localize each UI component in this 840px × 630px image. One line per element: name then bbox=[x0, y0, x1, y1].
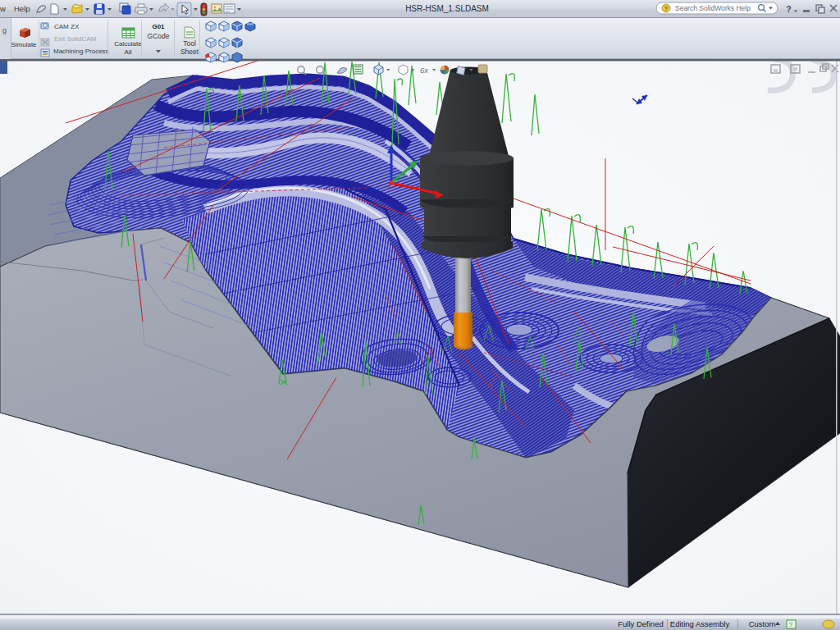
svg-text:Custom: Custom bbox=[749, 619, 776, 628]
svg-text:G01: G01 bbox=[152, 23, 165, 30]
svg-text:Search SolidWorks Help: Search SolidWorks Help bbox=[675, 4, 751, 12]
svg-text:w: w bbox=[0, 4, 6, 13]
svg-text:Fully Defined: Fully Defined bbox=[618, 619, 663, 628]
svg-text:Sheet: Sheet bbox=[180, 48, 199, 56]
svg-text:Machining Process: Machining Process bbox=[53, 48, 109, 55]
svg-text:Calculate: Calculate bbox=[114, 40, 142, 48]
svg-text:GCode: GCode bbox=[148, 32, 170, 40]
svg-text:Help: Help bbox=[14, 4, 30, 13]
svg-text:Tool: Tool bbox=[183, 39, 196, 48]
svg-text:Exit SolidCAM: Exit SolidCAM bbox=[54, 35, 96, 43]
svg-text:HSR-HSM_1.SLDASM: HSR-HSM_1.SLDASM bbox=[405, 4, 489, 13]
svg-text:Simulate: Simulate bbox=[11, 41, 37, 48]
svg-text:?: ? bbox=[664, 5, 669, 12]
svg-text:CAM ZX: CAM ZX bbox=[54, 23, 80, 30]
svg-text:?: ? bbox=[789, 621, 793, 628]
svg-text:?: ? bbox=[786, 4, 792, 14]
svg-text:Editing Assembly: Editing Assembly bbox=[670, 619, 730, 628]
svg-text:g: g bbox=[2, 26, 7, 34]
svg-text:6x: 6x bbox=[420, 66, 429, 75]
svg-text:All: All bbox=[125, 48, 132, 56]
